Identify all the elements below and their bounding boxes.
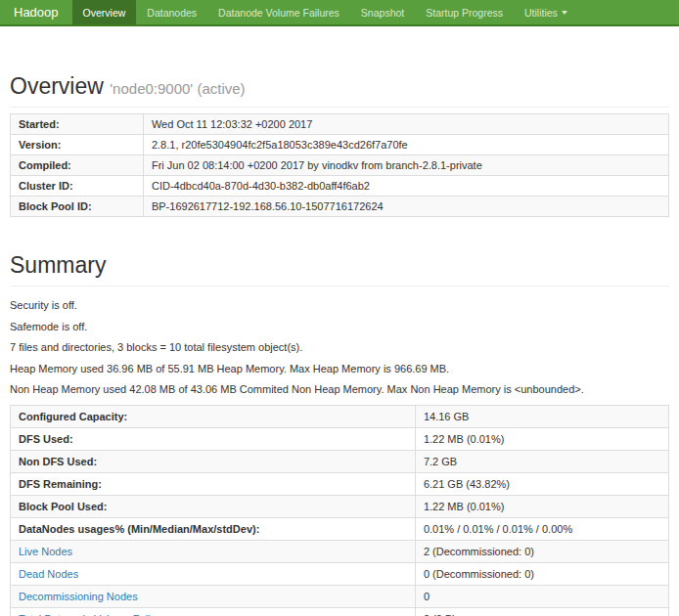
summary-table: Configured Capacity:14.16 GBDFS Used:1.2… — [10, 405, 669, 616]
summary-row-label: DataNodes usages% (Min/Median/Max/stdDev… — [11, 518, 416, 541]
overview-row-label: Block Pool ID: — [11, 197, 144, 217]
summary-row-label: DFS Used: — [11, 428, 416, 451]
table-row: DFS Remaining:6.21 GB (43.82%) — [11, 473, 669, 496]
nav-tab-snapshot[interactable]: Snapshot — [350, 0, 415, 24]
nav-tab-datanode-volume-failures[interactable]: Datanode Volume Failures — [207, 0, 350, 24]
summary-status-text: Security is off.Safemode is off.7 files … — [10, 298, 669, 395]
summary-row-value: 6.21 GB (43.82%) — [415, 473, 668, 496]
overview-row-value: Fri Jun 02 08:14:00 +0200 2017 by vinodk… — [143, 155, 668, 176]
overview-row-value: BP-1692617712-192.168.56.10-150771617262… — [143, 197, 668, 217]
summary-row-value: 1.22 MB (0.01%) — [415, 496, 668, 518]
summary-link-live-nodes[interactable]: Live Nodes — [19, 546, 72, 557]
summary-row-label: DFS Remaining: — [11, 473, 416, 496]
summary-row-label: Live Nodes — [11, 541, 416, 563]
overview-header: Overview 'node0:9000' (active) — [10, 73, 669, 108]
summary-status-line: Security is off. — [10, 298, 669, 311]
overview-row-value: 2.8.1, r20fe5304904fc2f5a18053c389e43cd2… — [143, 135, 668, 155]
summary-header: Summary — [10, 252, 669, 286]
summary-row-value: 2 (Decommissioned: 0) — [415, 541, 668, 563]
summary-row-label: Dead Nodes — [11, 563, 416, 586]
nav-tab-utilities[interactable]: Utilities — [514, 0, 578, 24]
table-row: Block Pool ID:BP-1692617712-192.168.56.1… — [11, 197, 669, 217]
table-row: Started:Wed Oct 11 12:03:32 +0200 2017 — [11, 114, 669, 135]
summary-row-label: Configured Capacity: — [11, 406, 416, 428]
summary-status-line: Heap Memory used 36.96 MB of 55.91 MB He… — [10, 362, 669, 374]
nav-tab-datanodes[interactable]: Datanodes — [136, 0, 207, 24]
table-row: DataNodes usages% (Min/Median/Max/stdDev… — [11, 518, 669, 541]
navbar: Hadoop OverviewDatanodesDatanode Volume … — [0, 0, 679, 26]
summary-row-label: Block Pool Used: — [11, 496, 416, 518]
summary-row-value: 1.22 MB (0.01%) — [415, 428, 668, 451]
summary-status-line: Safemode is off. — [10, 320, 669, 332]
summary-row-value: 7.2 GB — [415, 451, 668, 473]
table-row: DFS Used:1.22 MB (0.01%) — [11, 428, 669, 451]
summary-row-value: 0.01% / 0.01% / 0.01% / 0.00% — [415, 518, 668, 541]
main-content: Overview 'node0:9000' (active) Started:W… — [0, 73, 679, 616]
overview-row-label: Started: — [11, 114, 144, 135]
table-row: Dead Nodes0 (Decommissioned: 0) — [11, 563, 669, 586]
summary-status-line: Non Heap Memory used 42.08 MB of 43.06 M… — [10, 382, 669, 395]
summary-row-value: 0 (Decommissioned: 0) — [415, 563, 668, 586]
nav-tab-overview[interactable]: Overview — [72, 0, 137, 24]
summary-row-value: 0 — [415, 586, 668, 608]
overview-row-label: Compiled: — [11, 155, 144, 176]
summary-row-value: 0 (0 B) — [415, 608, 668, 616]
summary-link-dead-nodes[interactable]: Dead Nodes — [19, 568, 78, 580]
table-row: Total Datanode Volume Failures0 (0 B) — [11, 608, 669, 616]
table-row: Block Pool Used:1.22 MB (0.01%) — [11, 496, 669, 518]
table-row: Decommissioning Nodes0 — [11, 586, 669, 608]
summary-status-line: 7 files and directories, 3 blocks = 10 t… — [10, 340, 669, 353]
overview-title: Overview — [10, 73, 104, 99]
summary-row-value: 14.16 GB — [415, 406, 668, 428]
summary-row-label: Total Datanode Volume Failures — [11, 608, 416, 616]
chevron-down-icon — [562, 11, 567, 15]
overview-row-label: Cluster ID: — [11, 176, 144, 197]
summary-row-label: Decommissioning Nodes — [11, 586, 416, 608]
summary-title: Summary — [10, 252, 669, 279]
summary-row-label: Non DFS Used: — [11, 451, 416, 473]
namenode-address-subtitle: 'node0:9000' (active) — [110, 80, 245, 97]
table-row: Non DFS Used:7.2 GB — [11, 451, 669, 473]
hadoop-brand[interactable]: Hadoop — [0, 0, 72, 24]
page-title: Overview 'node0:9000' (active) — [10, 73, 669, 100]
overview-table: Started:Wed Oct 11 12:03:32 +0200 2017Ve… — [10, 113, 669, 217]
overview-row-label: Version: — [11, 135, 144, 155]
overview-row-value: CID-4dbcd40a-870d-4d30-b382-db0aff4f6ab2 — [143, 176, 668, 197]
overview-row-value: Wed Oct 11 12:03:32 +0200 2017 — [143, 114, 668, 135]
table-row: Version:2.8.1, r20fe5304904fc2f5a18053c3… — [11, 135, 669, 155]
summary-link-decommissioning-nodes[interactable]: Decommissioning Nodes — [19, 591, 138, 602]
table-row: Configured Capacity:14.16 GB — [11, 406, 669, 428]
navbar-menu: OverviewDatanodesDatanode Volume Failure… — [72, 0, 578, 24]
table-row: Compiled:Fri Jun 02 08:14:00 +0200 2017 … — [11, 155, 669, 176]
nav-tab-startup-progress[interactable]: Startup Progress — [415, 0, 514, 24]
table-row: Live Nodes2 (Decommissioned: 0) — [11, 541, 669, 563]
table-row: Cluster ID:CID-4dbcd40a-870d-4d30-b382-d… — [11, 176, 669, 197]
